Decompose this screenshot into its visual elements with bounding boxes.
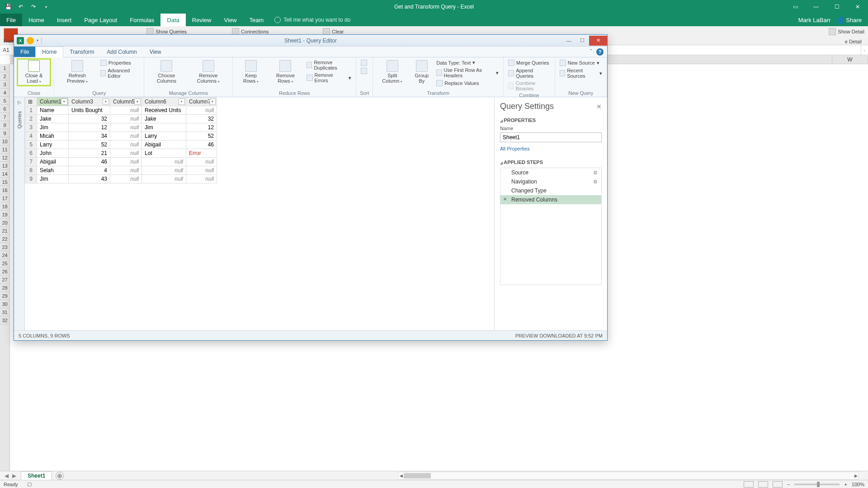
maximize-icon[interactable]: ☐ [826,0,847,14]
remove-duplicates-button[interactable]: Remove Duplicates [306,59,352,71]
cell[interactable]: null [110,106,142,115]
split-column-button[interactable]: Split Column ▾ [377,59,408,85]
cell[interactable]: null [110,149,142,158]
cell[interactable]: null [110,166,142,175]
cell[interactable]: 46 [186,141,217,149]
table-row[interactable]: 2Jake32nullJake32 [25,115,217,123]
qat-customize-icon[interactable]: ▾ [42,3,50,10]
row-number[interactable]: 2 [25,115,37,123]
table-row[interactable]: 4Micah34nullLarry52 [25,132,217,141]
row-number[interactable]: 6 [25,149,37,158]
tab-insert[interactable]: Insert [51,14,78,26]
row-header[interactable]: 1 [0,64,9,72]
column-filter-icon[interactable]: ▾ [61,99,67,105]
zoom-slider[interactable] [794,483,840,485]
cell[interactable]: 52 [69,141,110,149]
ribbon-display-icon[interactable]: ▭ [785,0,806,14]
cell[interactable]: Abigail [37,158,69,166]
collapse-ribbon-icon[interactable]: ˆ [590,49,592,55]
table-row[interactable]: 9Jim43nullnullnull [25,175,217,183]
sheet-nav-prev-icon[interactable]: ◀ [5,473,9,479]
cell[interactable]: 52 [186,132,217,141]
cell[interactable]: Received Units [142,106,186,115]
row-header[interactable]: 31 [0,308,9,316]
cell[interactable]: Jim [37,175,69,183]
clear-label[interactable]: Clear [332,29,344,34]
recent-sources-button[interactable]: Recent Sources ▾ [559,67,603,79]
redo-icon[interactable]: ↷ [30,3,37,10]
data-type-button[interactable]: Data Type: Text ▾ [435,59,500,66]
group-by-button[interactable]: Group By [410,59,433,84]
column-header-column5[interactable]: Column5▾ [110,98,142,106]
remove-columns-button[interactable]: Remove Columns ▾ [188,59,229,85]
append-queries-button[interactable]: Append Queries [507,67,551,79]
table-row[interactable]: 3Jim12nullJim12 [25,123,217,132]
qe-close-icon[interactable]: ✕ [589,36,607,46]
cell[interactable]: Name [37,106,69,115]
add-sheet-button[interactable]: ⊕ [56,472,64,480]
sheet-nav-next-icon[interactable]: ▶ [12,473,16,479]
tab-data[interactable]: Data [160,14,185,26]
tab-home[interactable]: Home [22,14,51,26]
row-number[interactable]: 5 [25,141,37,149]
table-row[interactable]: 8Selah4nullnullnull [25,166,217,175]
cell[interactable]: 32 [69,115,110,123]
cell[interactable]: null [110,132,142,141]
qe-qat-dropdown-icon[interactable]: ▾ [37,38,38,42]
column-header-column7[interactable]: Column7▾ [186,98,217,106]
row-header[interactable]: 13 [0,162,9,170]
cell[interactable]: null [110,115,142,123]
row-header[interactable]: 6 [0,105,9,113]
expand-queries-icon[interactable]: ▷ [18,100,21,105]
row-header[interactable]: 16 [0,186,9,194]
cell[interactable]: null [110,158,142,166]
qe-tab-view[interactable]: View [143,47,168,57]
keep-rows-button[interactable]: Keep Rows ▾ [236,59,265,85]
scroll-thumb[interactable] [404,473,431,479]
applied-step[interactable]: Removed Columns [500,195,601,204]
cell[interactable]: null [186,106,217,115]
cell[interactable]: Units Bought [69,106,110,115]
row-header[interactable]: 30 [0,300,9,308]
cell[interactable]: Larry [142,132,186,141]
column-header-column1[interactable]: Column1▾ [37,98,69,106]
applied-step[interactable]: Navigation⚙ [500,177,601,186]
row-header[interactable]: 17 [0,194,9,202]
user-name[interactable]: Mark LaBarr [798,17,831,23]
row-number[interactable]: 1 [25,106,37,115]
undo-icon[interactable]: ↶ [17,3,24,10]
share-button[interactable]: 👤 Share [837,17,862,23]
cell[interactable]: null [186,166,217,175]
first-row-headers-button[interactable]: Use First Row As Headers ▾ [435,67,500,79]
cell[interactable]: null [142,175,186,183]
normal-view-icon[interactable] [744,481,754,488]
col-header-w[interactable]: W [832,55,868,64]
tab-page-layout[interactable]: Page Layout [78,14,123,26]
cell[interactable]: Error [186,149,217,158]
cell[interactable]: John [37,149,69,158]
sort-asc-button[interactable] [360,59,368,66]
tab-view[interactable]: View [217,14,243,26]
qe-tab-transform[interactable]: Transform [63,47,100,57]
column-filter-icon[interactable]: ▾ [179,99,185,105]
table-row[interactable]: 1NameUnits BoughtnullReceived Unitsnull [25,106,217,115]
cell[interactable]: null [142,166,186,175]
row-header[interactable]: 4 [0,89,9,97]
cell[interactable]: null [142,158,186,166]
row-header[interactable]: 21 [0,227,9,235]
row-number[interactable]: 9 [25,175,37,183]
horizontal-scrollbar[interactable]: ◀ ▶ [398,472,859,480]
close-and-load-button[interactable]: Close & Load ▾ [18,59,50,85]
row-header[interactable]: 26 [0,267,9,276]
row-header[interactable]: 5 [0,97,9,105]
cell[interactable]: 43 [69,175,110,183]
applied-step[interactable]: Changed Type [500,186,601,195]
cell[interactable]: 21 [69,149,110,158]
page-break-view-icon[interactable] [773,481,783,488]
sort-desc-button[interactable] [360,67,368,75]
cell[interactable]: null [110,175,142,183]
row-header[interactable]: 27 [0,276,9,284]
save-icon[interactable]: 💾 [5,3,12,10]
column-filter-icon[interactable]: ▾ [209,99,216,105]
cell[interactable]: Larry [37,141,69,149]
